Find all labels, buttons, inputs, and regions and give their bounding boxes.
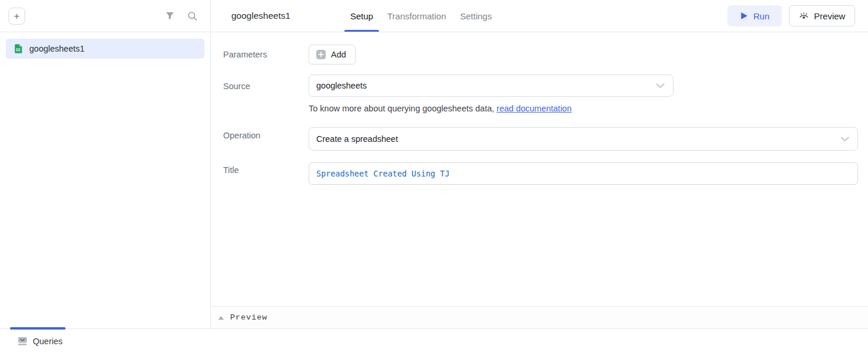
source-help-text: To know more about querying googlesheets… (309, 104, 858, 113)
operation-select-value: Create a spreadsheet (316, 134, 398, 144)
title-code-input[interactable]: Spreadsheet Created Using TJ (309, 162, 858, 185)
add-query-button[interactable]: + (8, 8, 25, 25)
main-row: + (0, 0, 868, 328)
query-tabs: Setup Transformation Settings (350, 0, 492, 32)
tab-setup[interactable]: Setup (350, 0, 373, 32)
header-spacer (492, 0, 727, 32)
bottom-panel-icon (18, 336, 28, 346)
chevron-down-icon (840, 137, 849, 142)
sidebar-toolbar: + (0, 0, 210, 32)
operation-select[interactable]: Create a spreadsheet (309, 127, 858, 151)
tab-queries[interactable]: Queries (18, 336, 63, 346)
play-icon (740, 12, 748, 20)
add-parameter-button[interactable]: Add (309, 45, 356, 65)
source-control-column: googlesheets To know more about querying… (309, 74, 858, 113)
query-editor-window: + (0, 0, 868, 353)
bottom-panel-bar: Queries (0, 328, 868, 353)
chevron-down-icon (656, 83, 665, 89)
queries-tab-active-indicator (10, 327, 66, 330)
preview-button-label: Preview (814, 11, 845, 21)
source-row: Source googlesheets To know more about q… (223, 74, 858, 113)
tab-settings[interactable]: Settings (460, 0, 492, 32)
query-header: googlesheets1 Setup Transformation Setti… (211, 0, 868, 32)
parameters-label: Parameters (223, 49, 309, 60)
add-parameter-label: Add (331, 50, 346, 59)
eye-icon (799, 11, 809, 21)
query-item-label: googlesheets1 (29, 44, 84, 53)
source-select-value: googlesheets (316, 81, 367, 90)
preview-collapse-bar[interactable]: Preview (211, 306, 868, 328)
header-buttons: Run Preview (727, 0, 855, 32)
run-button[interactable]: Run (727, 5, 782, 26)
operation-label: Operation (223, 127, 309, 141)
query-list: googlesheets1 (0, 32, 210, 65)
source-select[interactable]: googlesheets (309, 74, 674, 97)
queries-tab-label: Queries (33, 337, 63, 346)
query-main-panel: googlesheets1 Setup Transformation Setti… (211, 0, 868, 328)
tab-transformation[interactable]: Transformation (387, 0, 446, 32)
title-code-value: Spreadsheet Created Using TJ (316, 169, 450, 178)
read-documentation-link[interactable]: read documentation (497, 104, 572, 113)
source-help-prefix: To know more about querying googlesheets… (309, 104, 497, 113)
title-row: Title Spreadsheet Created Using TJ (223, 162, 858, 185)
operation-row: Operation Create a spreadsheet (223, 127, 858, 151)
preview-bar-label: Preview (230, 313, 268, 322)
query-list-item-googlesheets1[interactable]: googlesheets1 (6, 39, 204, 59)
query-title: googlesheets1 (231, 0, 350, 32)
parameters-row: Parameters Add (223, 45, 858, 65)
caret-up-icon (218, 315, 224, 320)
preview-button[interactable]: Preview (789, 5, 855, 26)
googlesheets-icon (13, 44, 23, 53)
filter-icon[interactable] (165, 11, 175, 21)
query-sidebar: + (0, 0, 211, 328)
source-label: Source (223, 74, 309, 92)
run-button-label: Run (753, 11, 770, 21)
query-setup-form: Parameters Add Source googlesheets (211, 32, 868, 306)
plus-icon (316, 50, 326, 59)
search-icon[interactable] (187, 11, 197, 21)
title-label: Title (223, 162, 309, 176)
